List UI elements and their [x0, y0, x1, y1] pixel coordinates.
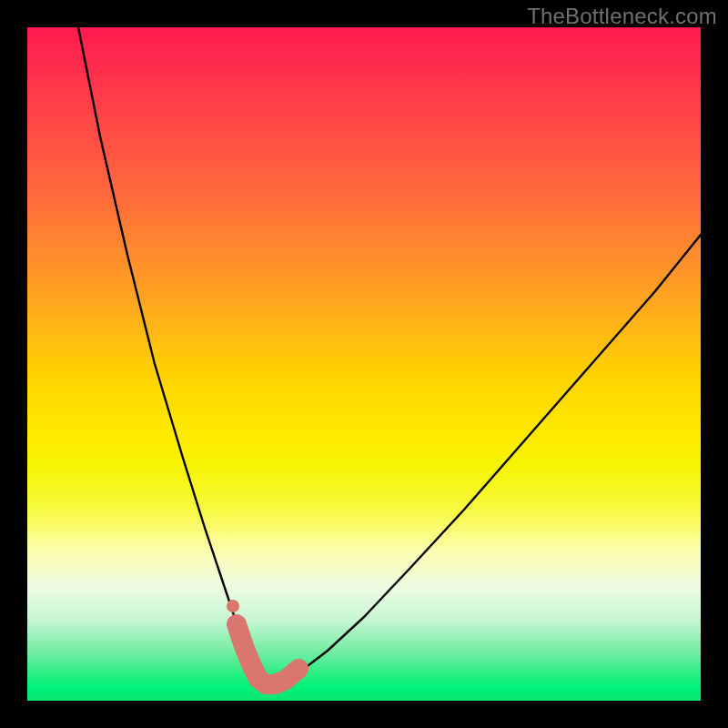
plot-area [27, 27, 701, 701]
bottleneck-curve [78, 27, 701, 687]
watermark-text: TheBottleneck.com [527, 4, 717, 29]
highlight-dot [227, 600, 239, 612]
curve-bottom-highlight [237, 624, 298, 684]
chart-frame: TheBottleneck.com [0, 0, 728, 728]
curve-layer [27, 27, 701, 701]
